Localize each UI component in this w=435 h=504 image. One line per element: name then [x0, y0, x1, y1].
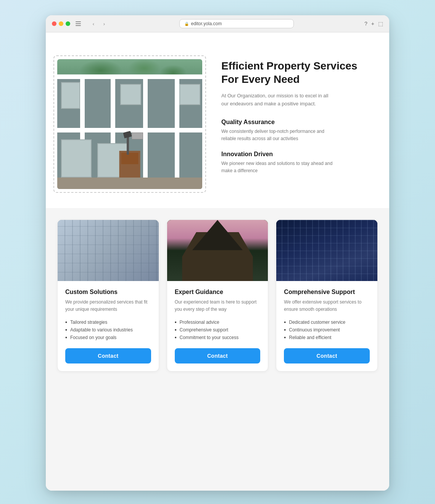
feature-title-id: Innovation Driven [221, 151, 370, 158]
list-item: Commitment to your success [175, 334, 261, 341]
trim-v2 [175, 74, 179, 189]
building-visual-2 [167, 220, 268, 281]
contact-button-expert-guidance[interactable]: Contact [175, 348, 261, 363]
trim-v4 [143, 74, 148, 189]
list-item: Dedicated customer service [284, 318, 370, 326]
feature-desc-qa: We consistently deliver top-notch perfor… [221, 128, 336, 142]
card-body-comprehensive-support: Comprehensive Support We offer extensive… [276, 281, 377, 371]
feature-desc-id: We pioneer new ideas and solutions to st… [221, 160, 336, 174]
browser-toolbar: ‹ › 🔒 editor.yola.com ? + ⬚ [46, 15, 389, 32]
wall-layer [57, 74, 202, 189]
list-item: Professional advice [175, 318, 261, 326]
list-item: Tailored strategies [65, 318, 151, 326]
card-body-custom-solutions: Custom Solutions We provide personalized… [58, 281, 159, 371]
traffic-lights [52, 21, 70, 26]
cards-section: Custom Solutions We provide personalized… [46, 208, 389, 387]
card-list-custom-solutions: Tailored strategies Adaptable to various… [65, 318, 151, 341]
list-item: Reliable and efficient [284, 334, 370, 341]
browser-nav: ‹ › [89, 19, 108, 28]
card-desc-expert-guidance: Our experienced team is here to support … [175, 299, 261, 313]
card-title-expert-guidance: Expert Guidance [175, 289, 261, 296]
card-expert-guidance: Expert Guidance Our experienced team is … [167, 220, 269, 372]
window-top-left [61, 82, 80, 109]
minimize-button[interactable] [59, 21, 63, 26]
svg-rect-0 [76, 21, 81, 22]
add-tab-icon[interactable]: + [371, 21, 374, 27]
browser-window: ‹ › 🔒 editor.yola.com ? + ⬚ [46, 15, 389, 491]
contact-button-comprehensive-support[interactable]: Contact [284, 348, 370, 363]
cards-grid: Custom Solutions We provide personalized… [57, 220, 378, 372]
lock-icon: 🔒 [184, 22, 189, 26]
window-bottom-left [61, 139, 92, 178]
pavement [57, 178, 202, 189]
trim-top [57, 74, 202, 79]
list-item: Focused on your goals [65, 334, 151, 341]
feature-innovation-driven: Innovation Driven We pioneer new ideas a… [221, 151, 370, 174]
card-title-custom-solutions: Custom Solutions [65, 289, 151, 296]
forward-button[interactable]: › [100, 19, 108, 28]
card-title-comprehensive-support: Comprehensive Support [284, 289, 370, 296]
url-text: editor.yola.com [191, 21, 222, 26]
card-image-comprehensive-support [276, 220, 377, 281]
lamp-post [127, 132, 129, 155]
help-icon[interactable]: ? [364, 21, 367, 27]
address-bar[interactable]: 🔒 editor.yola.com [179, 19, 294, 28]
hero-section: Efficient Property Services For Every Ne… [46, 32, 389, 208]
building-visual-3 [276, 220, 377, 281]
window-top-right [179, 84, 200, 105]
card-body-expert-guidance: Expert Guidance Our experienced team is … [167, 281, 268, 371]
feature-quality-assurance: Quality Assurance We consistently delive… [221, 119, 370, 142]
contact-button-custom-solutions[interactable]: Contact [65, 348, 151, 363]
toolbar-actions: ? + ⬚ [364, 21, 383, 27]
svg-rect-1 [76, 23, 81, 24]
list-item: Comprehensive support [175, 326, 261, 334]
building-sign [132, 132, 143, 139]
card-image-custom-solutions [58, 220, 159, 281]
hero-title: Efficient Property Services For Every Ne… [221, 59, 370, 86]
card-desc-custom-solutions: We provide personalized services that fi… [65, 299, 151, 313]
list-item: Continuous improvement [284, 326, 370, 334]
back-button[interactable]: ‹ [89, 19, 98, 28]
building-visual-1 [58, 220, 159, 281]
hero-image-container [53, 55, 206, 193]
feature-title-qa: Quality Assurance [221, 119, 370, 126]
list-item: Adaptable to various industries [65, 326, 151, 334]
card-desc-comprehensive-support: We offer extensive support services to e… [284, 299, 370, 313]
card-custom-solutions: Custom Solutions We provide personalized… [57, 220, 159, 372]
window-top-center [120, 84, 141, 105]
sidebar-toggle-icon[interactable] [74, 19, 82, 28]
hero-building-image [57, 59, 202, 189]
hero-text: Efficient Property Services For Every Ne… [221, 48, 370, 183]
browser-content: Efficient Property Services For Every Ne… [46, 32, 389, 491]
hero-description: At Our Organization, our mission is to e… [221, 92, 336, 108]
extensions-icon[interactable]: ⬚ [378, 21, 383, 27]
card-comprehensive-support: Comprehensive Support We offer extensive… [276, 220, 378, 372]
card-image-expert-guidance [167, 220, 268, 281]
card-list-comprehensive-support: Dedicated customer service Continuous im… [284, 318, 370, 341]
card-list-expert-guidance: Professional advice Comprehensive suppor… [175, 318, 261, 341]
close-button[interactable] [52, 21, 56, 26]
svg-rect-2 [76, 25, 81, 26]
maximize-button[interactable] [66, 21, 70, 26]
